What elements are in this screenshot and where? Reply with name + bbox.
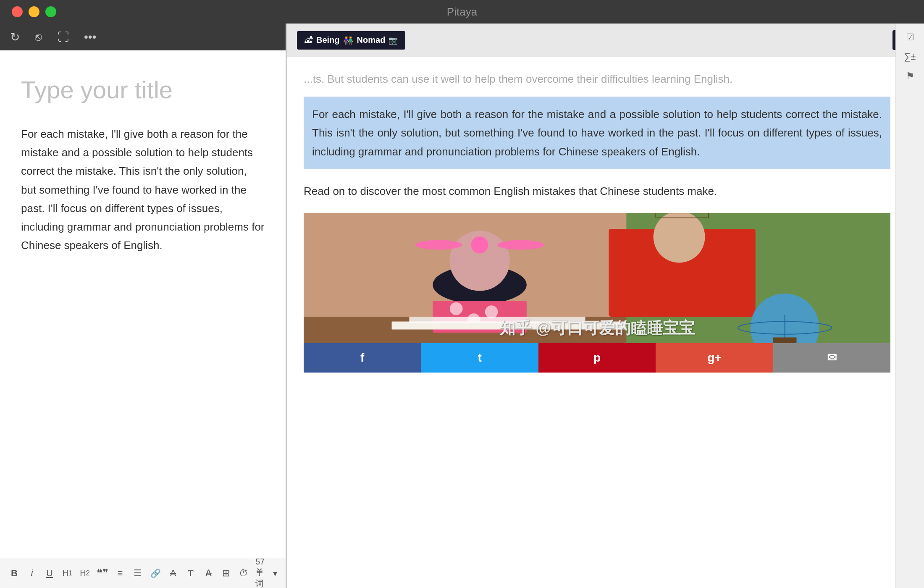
word-count-display: 57 单词 ▾ bbox=[255, 557, 277, 588]
logo-icon: 🏕 bbox=[304, 35, 313, 45]
bold-button[interactable]: B bbox=[8, 568, 20, 579]
english-word: English bbox=[694, 73, 730, 85]
checkbox-icon[interactable]: ☑ bbox=[906, 32, 914, 43]
share-icon[interactable]: ⎋ bbox=[35, 30, 42, 44]
site-logo: 🏕 Being 👫 Nomad 📷 bbox=[297, 31, 405, 50]
googleplus-icon: g+ bbox=[707, 351, 721, 365]
unordered-list-button[interactable]: ≡ bbox=[114, 568, 126, 579]
logo-camera-icon: 📷 bbox=[388, 36, 398, 45]
fullscreen-button[interactable] bbox=[45, 6, 56, 17]
refresh-icon[interactable]: ↻ bbox=[10, 30, 20, 44]
editor-area: Type your title For each mistake, I'll g… bbox=[0, 50, 286, 588]
logo-figure-icon: 👫 bbox=[343, 35, 354, 45]
svg-point-9 bbox=[450, 302, 463, 315]
editor-title-placeholder[interactable]: Type your title bbox=[21, 76, 265, 104]
word-count-dropdown-arrow[interactable]: ▾ bbox=[273, 568, 277, 578]
twitter-share-button[interactable]: t bbox=[421, 343, 538, 373]
browser-pane: 🏕 Being 👫 Nomad 📷 ☰ ...ts. But students … bbox=[287, 24, 924, 588]
to-word: to bbox=[348, 185, 357, 197]
traffic-lights bbox=[12, 6, 56, 17]
title-bar: Pitaya bbox=[0, 0, 924, 24]
more-icon[interactable]: ••• bbox=[84, 30, 96, 44]
quote-button[interactable]: ❝❞ bbox=[97, 567, 108, 580]
social-share-bar: f t p g+ ✉ bbox=[304, 343, 890, 373]
watermark-text: 知乎 @可口可爱的瞌睡宝宝 bbox=[304, 318, 890, 339]
article-image: 知乎 @可口可爱的瞌睡宝宝 f t p g+ bbox=[304, 213, 890, 373]
editor-body[interactable]: For each mistake, I'll give both a reaso… bbox=[21, 125, 265, 255]
googleplus-share-button[interactable]: g+ bbox=[656, 343, 773, 373]
pinterest-share-button[interactable]: p bbox=[538, 343, 656, 373]
email-share-button[interactable]: ✉ bbox=[773, 343, 890, 373]
h1-button[interactable]: H1 bbox=[61, 568, 73, 578]
browser-content[interactable]: ...ts. But students can use it well to h… bbox=[287, 57, 924, 588]
intro-text-cutoff: ...ts. But students can use it well to h… bbox=[304, 70, 890, 88]
editor-text-content[interactable]: Type your title For each mistake, I'll g… bbox=[0, 50, 286, 558]
close-button[interactable] bbox=[12, 6, 23, 17]
svg-point-6 bbox=[497, 240, 544, 250]
svg-point-10 bbox=[485, 305, 498, 318]
right-sidebar: ☑ ∑± ⚑ bbox=[895, 24, 924, 588]
window-toolbar: ↻ ⎋ ⛶ ••• bbox=[0, 24, 286, 50]
highlighted-paragraph: For each mistake, I'll give both a reaso… bbox=[304, 97, 890, 169]
read-on-text: Read on to discover the most common Engl… bbox=[304, 182, 890, 200]
text-style-button[interactable]: T bbox=[185, 568, 197, 579]
word-count-label: 57 单词 bbox=[255, 557, 271, 588]
text-strike-button[interactable]: A̶ bbox=[202, 568, 214, 579]
editor-pane: ↻ ⎋ ⛶ ••• Type your title For each mista… bbox=[0, 24, 286, 588]
window-title: Pitaya bbox=[447, 5, 477, 18]
facebook-share-button[interactable]: f bbox=[304, 343, 421, 373]
expand-icon[interactable]: ⛶ bbox=[57, 30, 69, 44]
browser-toolbar: 🏕 Being 👫 Nomad 📷 ☰ bbox=[287, 24, 924, 57]
formula-icon[interactable]: ∑± bbox=[904, 51, 916, 62]
underline-button[interactable]: U bbox=[44, 568, 55, 579]
facebook-icon: f bbox=[360, 351, 364, 365]
logo-text: Being bbox=[316, 35, 340, 45]
link-button[interactable]: 🔗 bbox=[150, 568, 161, 578]
pinterest-icon: p bbox=[593, 351, 601, 365]
italic-button[interactable]: i bbox=[26, 568, 38, 579]
logo-text-nomad: Nomad bbox=[357, 35, 386, 45]
ordered-list-button[interactable]: ☰ bbox=[132, 568, 144, 579]
format-toolbar: B i U H1 H2 ❝❞ ≡ ☰ 🔗 A T A̶ ⊞ ⏱ 57 单词 ▾ bbox=[0, 558, 286, 588]
svg-point-5 bbox=[415, 240, 462, 250]
h2-button[interactable]: H2 bbox=[79, 568, 91, 578]
layers-icon[interactable]: ⚑ bbox=[906, 71, 914, 81]
svg-point-13 bbox=[654, 213, 705, 262]
svg-point-7 bbox=[471, 236, 488, 253]
twitter-icon: t bbox=[478, 351, 481, 365]
minimize-button[interactable] bbox=[29, 6, 39, 17]
email-icon: ✉ bbox=[827, 351, 837, 365]
main-layout: ↻ ⎋ ⛶ ••• Type your title For each mista… bbox=[0, 24, 924, 588]
image-insert-button[interactable]: ⊞ bbox=[220, 568, 232, 579]
timer-button[interactable]: ⏱ bbox=[238, 568, 249, 579]
strikethrough-button[interactable]: A bbox=[167, 568, 179, 579]
